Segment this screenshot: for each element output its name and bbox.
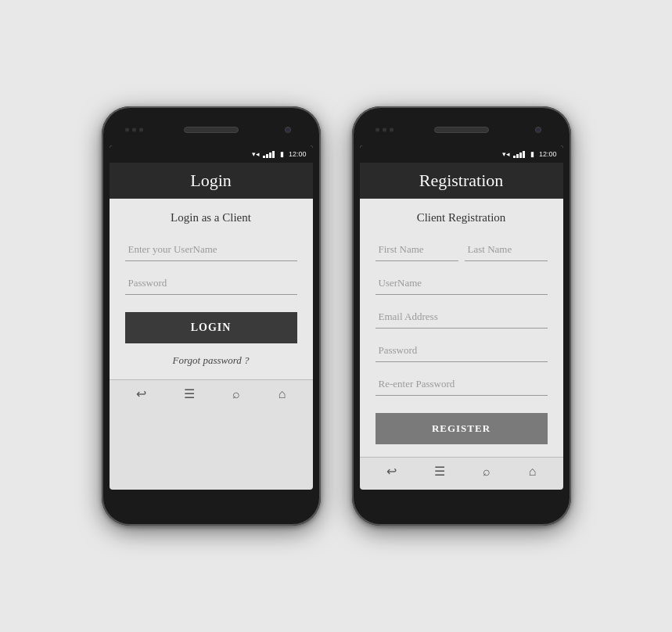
first-name-input[interactable]	[376, 239, 458, 261]
svg-rect-7	[523, 151, 525, 158]
email-input[interactable]	[376, 306, 548, 329]
registration-app-header: Registration	[360, 163, 563, 199]
indicator-dots	[125, 128, 143, 132]
dot-5	[383, 128, 386, 132]
name-row	[376, 239, 548, 261]
home-nav-icon[interactable]: ⌂	[279, 387, 286, 401]
svg-rect-0	[263, 156, 265, 158]
camera	[285, 127, 291, 133]
login-header-title: Login	[190, 171, 232, 190]
forgot-password-link[interactable]: Forgot password ?	[125, 354, 297, 367]
indicator-dots-2	[376, 128, 393, 132]
wifi-icon-2: ▾◂	[502, 150, 510, 158]
bottom-bezel-1	[110, 493, 313, 512]
reg-password-input[interactable]	[376, 339, 548, 362]
svg-rect-5	[516, 154, 519, 158]
reg-username-input[interactable]	[376, 272, 548, 295]
dot-3	[139, 128, 143, 132]
bottom-bezel-2	[360, 493, 563, 512]
registration-screen: ▾◂ ▮ 12:00 Registration Client Registrat…	[360, 145, 563, 490]
status-time-2: 12:00	[539, 150, 557, 158]
signal-icon-2	[513, 150, 527, 158]
registration-screen-content: Client Registration REGISTER	[360, 199, 563, 457]
battery-icon: ▮	[280, 150, 284, 158]
registration-header-title: Registration	[419, 171, 504, 190]
login-screen: ▾◂ ▮ 12:00 Login Login as a Client	[110, 145, 313, 490]
search-nav-icon-2[interactable]: ⌕	[483, 465, 491, 479]
login-screen-content: Login as a Client LOGIN Forgot password …	[110, 199, 313, 379]
username-input[interactable]	[125, 239, 297, 261]
dot-6	[390, 128, 393, 132]
login-phone: ▾◂ ▮ 12:00 Login Login as a Client	[102, 106, 321, 526]
dot-4	[376, 128, 379, 132]
login-button[interactable]: LOGIN	[125, 312, 297, 343]
reenter-password-input[interactable]	[376, 373, 548, 396]
registration-phone: ▾◂ ▮ 12:00 Registration Client Registrat…	[352, 106, 571, 526]
top-bezel-2	[360, 117, 563, 142]
password-input[interactable]	[125, 272, 297, 295]
bottom-nav-2: ↩ ☰ ⌕ ⌂	[360, 457, 563, 485]
svg-rect-4	[513, 156, 516, 158]
svg-rect-6	[519, 153, 522, 158]
signal-icon	[263, 150, 277, 158]
wifi-icon: ▾◂	[252, 150, 260, 158]
bottom-nav-1: ↩ ☰ ⌕ ⌂	[110, 379, 313, 408]
speaker-2	[434, 127, 489, 133]
status-bar: ▾◂ ▮ 12:00	[110, 145, 313, 163]
speaker	[184, 127, 239, 133]
svg-rect-2	[269, 153, 271, 158]
registration-subtitle: Client Registration	[376, 211, 548, 224]
svg-rect-3	[272, 151, 275, 158]
dot-1	[125, 128, 129, 132]
login-subtitle: Login as a Client	[125, 211, 297, 224]
menu-nav-icon-2[interactable]: ☰	[434, 464, 445, 479]
back-nav-icon[interactable]: ↩	[136, 386, 146, 401]
last-name-input[interactable]	[465, 239, 548, 261]
search-nav-icon[interactable]: ⌕	[232, 387, 240, 401]
status-time-1: 12:00	[289, 150, 307, 158]
battery-icon-2: ▮	[530, 150, 534, 158]
svg-rect-1	[266, 154, 268, 158]
menu-nav-icon[interactable]: ☰	[184, 386, 195, 401]
home-nav-icon-2[interactable]: ⌂	[529, 465, 537, 479]
register-button[interactable]: REGISTER	[376, 413, 548, 444]
status-bar-2: ▾◂ ▮ 12:00	[360, 145, 563, 163]
dot-2	[132, 128, 136, 132]
login-app-header: Login	[110, 163, 313, 199]
back-nav-icon-2[interactable]: ↩	[386, 464, 397, 479]
top-bezel	[110, 117, 313, 142]
camera-2	[535, 127, 541, 133]
phones-container: ▾◂ ▮ 12:00 Login Login as a Client	[102, 106, 571, 526]
